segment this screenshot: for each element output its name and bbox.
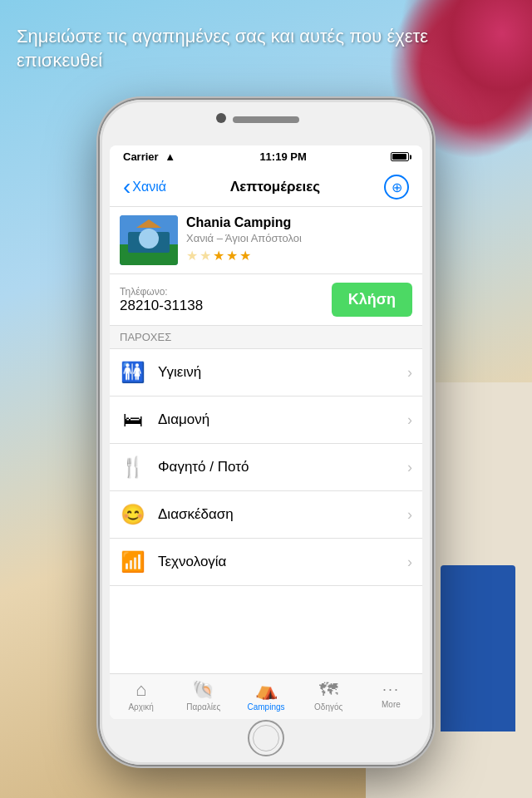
svg-point-3 — [139, 229, 159, 249]
star-1: ★ — [186, 248, 198, 264]
hygiene-icon: 🚻 — [120, 359, 146, 386]
tab-guide[interactable]: 🗺 Οδηγός — [298, 679, 360, 712]
home-button-inner — [253, 725, 279, 751]
star-5: ★ — [239, 248, 251, 264]
chevron-icon: › — [407, 364, 412, 382]
hero-text: Σημειώστε τις αγαπημένες σας και αυτές π… — [17, 25, 515, 72]
list-item-technology[interactable]: 📶 Τεχνολογία › — [110, 539, 422, 586]
tab-campings-label: Campings — [247, 702, 284, 712]
phone-number: 28210-31138 — [120, 298, 323, 314]
phone-frame: Carrier ▲ 11:19 PM Χανιά Λεπτομέρειες ⊕ — [100, 100, 432, 765]
entertainment-icon: 😊 — [120, 501, 146, 528]
list-item-food[interactable]: 🍴 Φαγητό / Ποτό › — [110, 444, 422, 491]
list-item-hygiene[interactable]: 🚻 Υγιεινή › — [110, 349, 422, 397]
phone-info: Τηλέφωνο: 28210-31138 — [120, 286, 323, 314]
technology-label: Τεχνολογία — [158, 554, 396, 570]
venue-card: Chania Camping Χανιά – Άγιοι Απόστολοι ★… — [110, 207, 422, 274]
list-item-accommodation[interactable]: 🛏 Διαμονή › — [110, 397, 422, 444]
phone-label: Τηλέφωνο: — [120, 286, 323, 298]
battery-indicator — [391, 152, 409, 161]
compass-icon: ⊕ — [392, 180, 402, 195]
star-3: ★ — [213, 248, 224, 264]
background-door — [441, 565, 515, 732]
chevron-icon-5: › — [407, 554, 412, 571]
phone-speaker — [233, 116, 299, 123]
chevron-icon-4: › — [407, 506, 412, 524]
call-button[interactable]: Κλήση — [332, 283, 412, 317]
chevron-icon-3: › — [407, 459, 412, 476]
tab-beaches[interactable]: 🐚 Παραλίες — [172, 679, 234, 712]
time-label: 11:19 PM — [259, 150, 306, 163]
star-4: ★ — [226, 248, 238, 264]
tent-icon: ⛺ — [255, 679, 278, 701]
entertainment-label: Διασκέδαση — [158, 506, 396, 523]
shell-icon: 🐚 — [192, 679, 214, 701]
food-icon: 🍴 — [120, 454, 146, 480]
technology-icon: 📶 — [120, 549, 146, 575]
tab-guide-label: Οδηγός — [314, 702, 342, 712]
battery-icon — [391, 152, 409, 161]
more-icon: ··· — [382, 681, 400, 698]
food-label: Φαγητό / Ποτό — [158, 459, 396, 475]
venue-stars: ★ ★ ★ ★ ★ — [186, 248, 412, 264]
section-header: ΠΑΡΟΧΕΣ — [110, 326, 422, 349]
star-2: ★ — [200, 248, 211, 264]
phone-section: Τηλέφωνο: 28210-31138 Κλήση — [110, 274, 422, 326]
chevron-icon-2: › — [407, 411, 412, 429]
tab-campings[interactable]: ⛺ Campings — [234, 679, 297, 712]
accommodation-icon: 🛏 — [120, 406, 146, 433]
phone-camera — [216, 113, 226, 123]
map-icon: 🗺 — [319, 679, 337, 701]
accommodation-label: Διαμονή — [158, 411, 396, 428]
home-button[interactable] — [248, 720, 284, 756]
list-item-entertainment[interactable]: 😊 Διασκέδαση › — [110, 491, 422, 539]
compass-button[interactable]: ⊕ — [384, 175, 409, 200]
venue-info: Chania Camping Χανιά – Άγιοι Απόστολοι ★… — [186, 215, 412, 264]
venue-location: Χανιά – Άγιοι Απόστολοι — [186, 232, 412, 244]
wifi-icon: ▲ — [165, 150, 175, 163]
tab-more-label: More — [382, 700, 401, 709]
nav-title: Λεπτομέρειες — [230, 179, 320, 195]
hygiene-label: Υγιεινή — [158, 364, 396, 381]
tab-bar: ⌂ Αρχική 🐚 Παραλίες ⛺ Campings 🗺 Οδηγός … — [110, 673, 422, 719]
venue-image — [120, 215, 178, 265]
back-button[interactable]: Χανιά — [123, 175, 166, 199]
venue-name: Chania Camping — [186, 215, 412, 230]
home-icon: ⌂ — [135, 679, 146, 701]
navigation-bar: Χανιά Λεπτομέρειες ⊕ — [110, 168, 422, 207]
screen: Carrier ▲ 11:19 PM Χανιά Λεπτομέρειες ⊕ — [110, 145, 422, 719]
tab-home-label: Αρχική — [128, 702, 153, 712]
tab-home[interactable]: ⌂ Αρχική — [110, 679, 172, 712]
carrier-label: Carrier ▲ — [123, 150, 175, 163]
status-bar: Carrier ▲ 11:19 PM — [110, 145, 422, 168]
tab-more[interactable]: ··· More — [360, 681, 422, 709]
tab-beaches-label: Παραλίες — [186, 702, 220, 712]
